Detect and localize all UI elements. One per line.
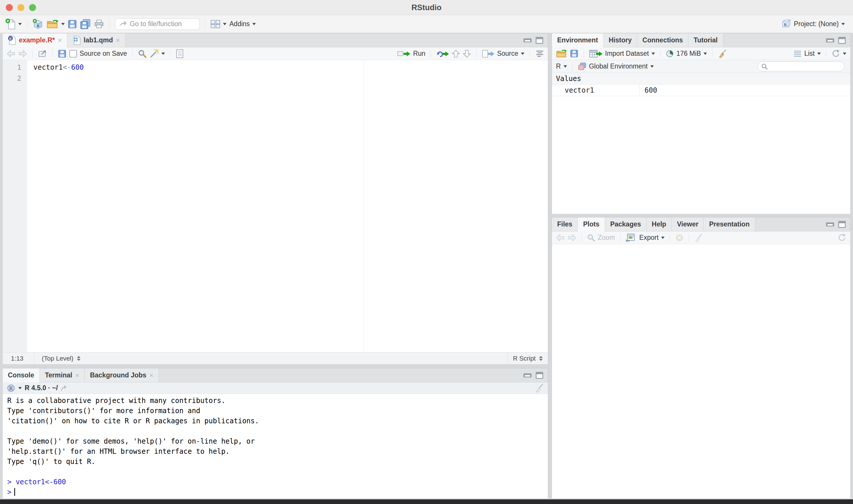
source-toolbar: Source on Save Run Source (3, 47, 548, 60)
divider (109, 20, 110, 29)
file-type-selector[interactable]: R Script (508, 353, 548, 364)
minimize-pane-icon[interactable] (524, 38, 532, 42)
clear-workspace-icon[interactable] (718, 49, 727, 58)
tab-environment[interactable]: Environment (552, 33, 604, 47)
close-tab-icon[interactable] (149, 372, 153, 379)
refresh-plot-icon[interactable] (838, 233, 846, 242)
import-dataset-button[interactable]: Import Dataset (589, 49, 655, 58)
previous-plot-icon[interactable] (556, 234, 565, 242)
run-button[interactable]: Run (397, 49, 425, 58)
tab-files[interactable]: Files (552, 217, 578, 231)
close-tab-icon[interactable] (58, 37, 62, 44)
open-directory-icon[interactable] (61, 385, 68, 392)
tab-console[interactable]: Console (3, 368, 40, 382)
divider (660, 50, 660, 57)
close-window-button[interactable] (6, 4, 13, 11)
svg-text:R: R (37, 23, 39, 28)
save-all-button[interactable] (80, 19, 91, 29)
tab-plots[interactable]: Plots (578, 217, 605, 231)
go-to-next-chunk-icon[interactable] (463, 49, 471, 58)
remove-plot-icon[interactable] (675, 234, 684, 242)
traffic-lights (6, 4, 36, 11)
load-workspace-icon[interactable] (556, 49, 567, 58)
addins-menu[interactable]: Addins (229, 20, 256, 28)
refresh-button[interactable] (832, 49, 846, 58)
document-outline-icon[interactable] (535, 50, 544, 57)
clear-console-icon[interactable] (534, 383, 544, 393)
maximize-pane-icon[interactable] (536, 372, 543, 379)
console-header: R R 4.5.0 · ~/ (3, 382, 548, 394)
tab-presentation[interactable]: Presentation (704, 217, 755, 231)
console-command-line: > vector1<-600 (7, 477, 548, 487)
source-on-save-label: Source on Save (79, 50, 127, 57)
tab-terminal[interactable]: Terminal (40, 368, 85, 382)
save-icon[interactable] (58, 49, 67, 58)
maximize-pane-icon[interactable] (838, 37, 846, 44)
project-menu[interactable]: R Project: (None) (781, 19, 845, 29)
new-file-button[interactable] (5, 18, 22, 30)
tab-lab1-qmd[interactable]: lab1.qmd (67, 33, 125, 47)
r-version-label: R 4.5.0 · ~/ (25, 384, 58, 392)
environment-selector[interactable]: Global Environment (578, 62, 654, 71)
export-plot-button[interactable]: Export (626, 233, 665, 242)
tab-example-r[interactable]: R example.R* (3, 33, 67, 47)
source-button[interactable]: Source (482, 49, 524, 58)
tab-viewer[interactable]: Viewer (672, 217, 704, 231)
memory-usage-button[interactable]: 176 MiB (666, 50, 707, 58)
save-all-icon (80, 19, 91, 29)
close-tab-icon[interactable] (116, 37, 120, 44)
tab-history[interactable]: History (604, 33, 637, 47)
minimize-pane-icon[interactable] (826, 38, 834, 42)
dock-strip (0, 499, 853, 504)
display-mode-button[interactable]: List (794, 50, 821, 57)
tab-tutorial[interactable]: Tutorial (688, 33, 723, 47)
source-on-save-checkbox[interactable] (69, 50, 77, 57)
scope-selector[interactable]: (Top Level) (37, 353, 86, 364)
minimize-window-button[interactable] (17, 4, 24, 11)
environment-pane: Environment History Connections Tutorial… (552, 33, 851, 214)
console-line: Type 'q()' to quit R. (7, 457, 548, 467)
go-to-previous-chunk-icon[interactable] (452, 49, 460, 58)
r-version-menu-caret[interactable] (18, 387, 22, 389)
environment-search-input[interactable] (770, 63, 841, 70)
rerun-icon[interactable] (436, 49, 449, 58)
goto-file-input[interactable] (130, 20, 196, 28)
svg-text:R: R (784, 23, 787, 27)
minimize-pane-icon[interactable] (826, 222, 834, 227)
minimize-pane-icon[interactable] (524, 373, 532, 377)
environment-search[interactable] (758, 61, 845, 71)
tab-background-jobs[interactable]: Background Jobs (85, 368, 159, 382)
pane-layout-button[interactable] (211, 20, 226, 29)
zoom-plot-button[interactable]: Zoom (587, 234, 615, 242)
language-selector[interactable]: R (556, 62, 567, 70)
compile-report-icon[interactable] (176, 49, 184, 58)
open-in-new-window-icon[interactable] (38, 50, 47, 58)
tab-help[interactable]: Help (647, 217, 672, 231)
code-tools-menu[interactable] (149, 49, 165, 58)
new-project-button[interactable]: R (33, 19, 43, 30)
run-icon (397, 49, 411, 58)
maximize-pane-icon[interactable] (536, 37, 543, 44)
console-prompt-line[interactable]: > (7, 487, 548, 497)
print-button[interactable] (94, 19, 104, 29)
tab-packages[interactable]: Packages (605, 217, 647, 231)
find-replace-icon[interactable] (138, 49, 147, 58)
close-tab-icon[interactable] (75, 372, 79, 379)
clear-all-plots-icon[interactable] (694, 233, 703, 242)
goto-file-search[interactable] (115, 18, 200, 30)
maximize-pane-icon[interactable] (838, 221, 846, 228)
fullscreen-window-button[interactable] (29, 4, 36, 11)
code-content[interactable]: vector1<-600 (27, 60, 84, 353)
open-file-button[interactable] (47, 19, 65, 29)
window-title: RStudio (0, 0, 853, 15)
save-button[interactable] (68, 19, 77, 29)
environment-variable-row[interactable]: vector1 600 (552, 85, 850, 96)
save-workspace-icon[interactable] (570, 49, 578, 58)
code-editor[interactable]: 1 2 vector1<-600 (3, 60, 548, 353)
console-output[interactable]: R is a collaborative project with many c… (3, 394, 548, 497)
back-icon[interactable] (7, 50, 15, 58)
next-plot-icon[interactable] (568, 234, 576, 242)
tab-connections[interactable]: Connections (637, 33, 688, 47)
forward-icon[interactable] (18, 50, 27, 58)
source-on-save-toggle[interactable]: Source on Save (69, 50, 127, 57)
